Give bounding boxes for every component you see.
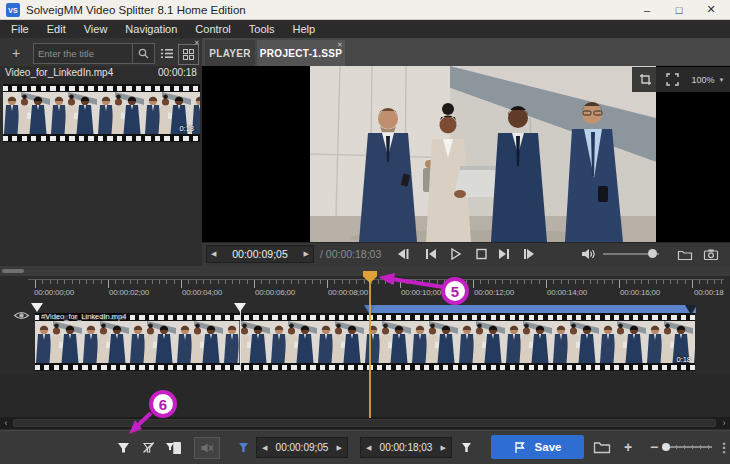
fragment-end-decrement[interactable]: ◀ xyxy=(366,444,371,452)
mute-speaker-icon xyxy=(200,442,214,454)
tab-player[interactable]: PLAYER xyxy=(205,40,255,66)
media-file-name[interactable]: Video_for_LinkedIn.mp4 xyxy=(5,67,113,78)
grid-view-icon xyxy=(183,49,194,60)
flag-icon xyxy=(514,441,525,454)
search-button[interactable] xyxy=(132,44,154,63)
volume-button[interactable] xyxy=(579,245,597,263)
close-button[interactable]: ✕ xyxy=(696,0,726,19)
search-input[interactable] xyxy=(34,48,132,59)
tab-close-icon[interactable]: ✕ xyxy=(337,41,343,48)
menu-item-tools[interactable]: Tools xyxy=(240,20,284,38)
play-icon xyxy=(447,247,463,261)
open-folder-button[interactable] xyxy=(676,245,694,263)
overflow-menu-button[interactable]: ⋮ xyxy=(712,436,730,458)
fragment-start-increment[interactable]: ▶ xyxy=(337,444,342,452)
save-button-label: Save xyxy=(535,441,562,453)
previous-keyframe-button[interactable] xyxy=(394,245,412,263)
library-panel-close-icon[interactable]: ✕ xyxy=(194,39,200,46)
tab-project-label: PROJECT-1.SSP xyxy=(260,48,342,59)
add-marker-button[interactable] xyxy=(111,436,135,458)
current-time-value[interactable]: 00:00:09;05 xyxy=(232,248,287,260)
previous-keyframe-icon xyxy=(395,247,411,261)
side-scrollbar-handle[interactable] xyxy=(2,269,24,273)
grid-view-button[interactable] xyxy=(178,44,199,65)
remove-marker-button[interactable] xyxy=(136,436,160,458)
ruler-label-5: 00:00:10;00 xyxy=(401,288,441,297)
fragment-end-increment[interactable]: ▶ xyxy=(441,444,446,452)
goto-end-marker-button[interactable] xyxy=(454,436,478,458)
minimize-button[interactable]: – xyxy=(632,0,662,19)
ruler-label-4: 00:00:08;00 xyxy=(328,288,368,297)
timeline-scrollbar-handle[interactable] xyxy=(13,419,716,427)
crop-button[interactable] xyxy=(632,67,659,92)
track-visibility-button[interactable] xyxy=(13,309,30,322)
save-button[interactable]: Save xyxy=(491,435,584,459)
search-icon xyxy=(138,48,149,59)
fragment-end-value[interactable]: 00:00:18;03 xyxy=(380,442,433,453)
snapshot-button[interactable] xyxy=(702,245,720,263)
list-view-button[interactable] xyxy=(157,44,176,63)
maximize-button[interactable]: □ xyxy=(664,0,694,19)
menu-item-view[interactable]: View xyxy=(75,20,117,38)
eye-icon xyxy=(13,309,30,322)
add-marker-icon xyxy=(116,441,131,454)
play-button[interactable] xyxy=(446,245,464,263)
selected-fragment-bar[interactable] xyxy=(370,305,696,313)
total-time-value: / 00:00:18;03 xyxy=(320,245,381,263)
preview-zoom-select[interactable]: 100% ▼ xyxy=(686,67,730,92)
menu-item-navigation[interactable]: Navigation xyxy=(116,20,186,38)
menu-item-help[interactable]: Help xyxy=(284,20,325,38)
maximize-icon: □ xyxy=(676,4,683,16)
tab-project[interactable]: PROJECT-1.SSP xyxy=(257,40,345,66)
track-label: #Video_for_LinkedIn.mp4 xyxy=(39,313,128,321)
preview-overlay-toolbar: 100% ▼ xyxy=(632,67,730,92)
timeline-zoom-slider-ticks xyxy=(668,445,712,449)
video-frame xyxy=(310,66,656,242)
timeline-zoom-in-button[interactable]: + xyxy=(616,436,640,458)
cut-fragment-icon xyxy=(165,440,182,455)
ruler-major-ticks xyxy=(35,280,694,288)
ruler-label-6: 00:00:12;00 xyxy=(474,288,514,297)
filmstrip-perforation-bottom xyxy=(3,134,200,142)
fragment-end-field: ◀ 00:00:18;03 ▶ xyxy=(360,437,452,458)
remove-marker-icon xyxy=(141,441,156,454)
scroll-left-icon[interactable]: ‹ xyxy=(0,417,12,429)
goto-start-marker-button[interactable] xyxy=(231,436,255,458)
menu-item-control[interactable]: Control xyxy=(186,20,239,38)
media-file-duration: 00:00:18 xyxy=(158,67,196,78)
timeline-video-track[interactable]: #Video_for_LinkedIn.mp4 0:18 xyxy=(35,313,695,371)
app-window: VS SolveigMM Video Splitter 8.1 Home Edi… xyxy=(0,0,730,464)
step-forward-button[interactable] xyxy=(495,245,513,263)
title-bar: VS SolveigMM Video Splitter 8.1 Home Edi… xyxy=(0,0,730,20)
fragment-start-decrement[interactable]: ◀ xyxy=(262,444,267,452)
output-folder-button[interactable] xyxy=(590,436,614,458)
menu-item-edit[interactable]: Edit xyxy=(38,20,75,38)
step-back-button[interactable] xyxy=(422,245,440,263)
ruler-label-3: 00:00:06;00 xyxy=(255,288,295,297)
current-time-field: ◀ 00:00:09;05 ▶ xyxy=(206,245,314,263)
timeline-zoom-slider-handle[interactable] xyxy=(662,443,670,451)
folder-icon xyxy=(677,248,693,261)
minimize-icon: – xyxy=(644,4,650,16)
add-media-button[interactable]: + xyxy=(6,43,26,63)
fragment-start-value[interactable]: 00:00:09;05 xyxy=(276,442,329,453)
close-icon: ✕ xyxy=(706,3,715,16)
white-marker-icon xyxy=(459,441,474,454)
cut-fragment-button[interactable] xyxy=(161,436,185,458)
chevron-down-icon: ▼ xyxy=(719,77,725,83)
ruler-label-7: 00:00:14;00 xyxy=(547,288,587,297)
next-keyframe-button[interactable] xyxy=(520,245,538,263)
stop-button[interactable] xyxy=(472,245,490,263)
media-thumbnail[interactable]: 0:18 xyxy=(3,84,200,142)
fragment-end-marker[interactable] xyxy=(685,305,697,315)
fullscreen-button[interactable] xyxy=(659,67,686,92)
menu-item-file[interactable]: File xyxy=(2,20,38,38)
ruler-label-2: 00:00:04;00 xyxy=(182,288,222,297)
step-forward-icon xyxy=(496,247,512,261)
timeline-marker-start[interactable] xyxy=(31,303,43,312)
mute-fragment-button[interactable] xyxy=(194,437,220,459)
time-increment-button[interactable]: ▶ xyxy=(304,250,309,258)
time-decrement-button[interactable]: ◀ xyxy=(211,250,216,258)
volume-slider-handle[interactable] xyxy=(648,249,657,258)
scroll-right-icon[interactable]: › xyxy=(718,417,730,429)
